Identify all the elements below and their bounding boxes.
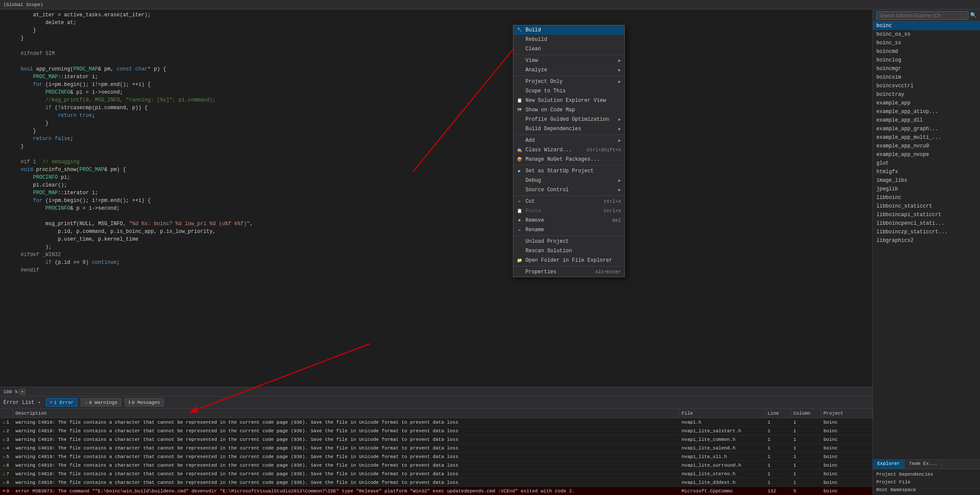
menu-item-open-folder[interactable]: 📁Open Folder in File Explorer	[513, 256, 624, 265]
table-row[interactable]: ⚠2warning C4819: The file contains a cha…	[0, 427, 872, 435]
col-description[interactable]: Description	[13, 409, 679, 418]
menu-item-show-code-map[interactable]: 🗺Show on Code Map	[513, 105, 624, 115]
row-description: error MSB3073: The command ""E:\boinc\wi…	[13, 487, 679, 495]
menu-item-cut[interactable]: ✂CutCtrl+X	[513, 197, 624, 206]
menu-item-label-build: Build	[525, 27, 541, 33]
menu-item-set-startup[interactable]: ▶Set as StartUp Project	[513, 166, 624, 176]
error-badge-errors[interactable]: ✖ 1 Error	[46, 398, 78, 406]
menu-item-unload-project[interactable]: Unload Project	[513, 237, 624, 246]
menu-item-build[interactable]: 🔨Build	[513, 25, 624, 35]
error-filter-icon[interactable]: ▾	[38, 400, 41, 405]
code-line: //msg_printf(0, MSG_INFO, "running: [%s]…	[0, 96, 872, 104]
se-list-item[interactable]: example_app	[873, 99, 980, 107]
menu-item-view[interactable]: View▶	[513, 56, 624, 65]
menu-item-label-rename: Rename	[525, 227, 544, 233]
se-list-item[interactable]: libboinc_staticcrt	[873, 202, 980, 211]
se-list-item[interactable]: libgraphics2	[873, 236, 980, 245]
menu-item-right-properties: Alt+Enter	[587, 269, 621, 275]
se-list-item[interactable]: boincsim	[873, 73, 980, 82]
table-row[interactable]: ⚠7warning C4819: The file contains a cha…	[0, 470, 872, 478]
row-project: boinc	[821, 487, 872, 495]
col-num[interactable]	[0, 409, 13, 418]
menu-item-label-open-folder: Open Folder in File Explorer	[525, 257, 612, 263]
menu-item-project-only[interactable]: Project Only▶	[513, 77, 624, 86]
se-list-item[interactable]: example_app_graph...	[873, 125, 980, 133]
error-badge-messages[interactable]: ℹ 0 Messages	[125, 398, 164, 406]
tab-team-explorer[interactable]: Team Ex...	[905, 460, 942, 469]
se-list-item[interactable]: image_libs	[873, 176, 980, 185]
menu-item-rebuild[interactable]: Rebuild	[513, 35, 624, 44]
se-list-item[interactable]: boincmd	[873, 47, 980, 56]
col-file[interactable]: File	[679, 409, 765, 418]
line-content: //msg_printf(0, MSG_INFO, "running: [%s]…	[17, 96, 872, 104]
row-description: warning C4819: The file contains a chara…	[13, 418, 679, 426]
se-list-item[interactable]: boincmgr	[873, 64, 980, 73]
menu-item-clean[interactable]: Clean	[513, 44, 624, 54]
table-row[interactable]: ⚠4warning C4819: The file contains a cha…	[0, 444, 872, 452]
col-line[interactable]: Line	[765, 409, 791, 418]
menu-item-scope-to-this[interactable]: Scope to This	[513, 86, 624, 96]
zoom-decrease-button[interactable]: ▾	[19, 389, 25, 395]
code-content[interactable]: at_iter = active_tasks.erase(at_iter); d…	[0, 9, 872, 387]
se-list-item[interactable]: boinctray	[873, 90, 980, 99]
se-list-item[interactable]: example_app_multi_...	[873, 133, 980, 142]
se-list-item[interactable]: libboincapi_staticcrt	[873, 211, 980, 219]
se-tabs: Explorer Team Ex...	[873, 459, 980, 469]
row-line: 1	[765, 452, 791, 461]
se-list-item[interactable]: example_app_atiop...	[873, 107, 980, 116]
se-list-item[interactable]: glut	[873, 159, 980, 168]
menu-shortcut-cut: Ctrl+X	[604, 199, 621, 204]
menu-item-properties[interactable]: PropertiesAlt+Enter	[513, 267, 624, 277]
table-row[interactable]: ✖9error MSB3073: The command ""E:\boinc\…	[0, 487, 872, 495]
search-input[interactable]: boinc	[876, 11, 968, 20]
se-item-list[interactable]: boincboinc_os_ssboinc_ssboincmdboinclogb…	[873, 21, 980, 459]
table-row[interactable]: ⚠6warning C4819: The file contains a cha…	[0, 461, 872, 470]
se-list-item[interactable]: htmlgfx	[873, 168, 980, 176]
menu-item-add[interactable]: Add▶	[513, 136, 624, 145]
line-number	[0, 34, 17, 42]
se-list-item[interactable]: jpeglib	[873, 185, 980, 193]
row-line: 1	[765, 435, 791, 443]
se-list-item[interactable]: libboincpencl_stati...	[873, 219, 980, 228]
warning-row-icon: ⚠	[3, 454, 6, 459]
footer-project-file[interactable]: Project File	[876, 479, 977, 486]
table-row[interactable]: ⚠1warning C4819: The file contains a cha…	[0, 418, 872, 427]
footer-root-namespace[interactable]: Root Namespace	[876, 486, 977, 493]
error-table[interactable]: Description File Line Column Project ⚠1w…	[0, 409, 872, 495]
se-list-item[interactable]: libboinc	[873, 193, 980, 202]
row-project: boinc	[821, 478, 872, 486]
menu-item-class-wizard[interactable]: 🧙Class Wizard...Ctrl+Shift+X	[513, 145, 624, 155]
se-list-item[interactable]: boincsvcctrl	[873, 82, 980, 90]
code-line: #ifdef _WIN32	[0, 251, 872, 259]
menu-item-debug[interactable]: Debug▶	[513, 176, 624, 185]
se-list-item[interactable]: boinc_os_ss	[873, 30, 980, 39]
submenu-arrow-analyze: ▶	[618, 67, 621, 73]
menu-item-new-solution-explorer[interactable]: 📋New Solution Explorer View	[513, 96, 624, 105]
table-row[interactable]: ⚠5warning C4819: The file contains a cha…	[0, 452, 872, 461]
table-row[interactable]: ⚠8warning C4819: The file contains a cha…	[0, 478, 872, 487]
se-list-item[interactable]: boinc_ss	[873, 39, 980, 47]
se-list-item[interactable]: boinclog	[873, 56, 980, 64]
footer-project-deps[interactable]: Project Dependencies	[876, 471, 977, 478]
tab-explorer[interactable]: Explorer	[873, 460, 905, 469]
col-project[interactable]: Project	[821, 409, 872, 418]
menu-item-profile-guided[interactable]: Profile Guided Optimization▶	[513, 115, 624, 124]
se-list-item[interactable]: libboinczp_staticcrt...	[873, 228, 980, 236]
se-list-item[interactable]: example_app_dll	[873, 116, 980, 125]
menu-item-source-control[interactable]: Source Control▶	[513, 185, 624, 195]
menu-item-remove[interactable]: ✖RemoveDel	[513, 216, 624, 225]
se-list-item[interactable]: boinc	[873, 21, 980, 30]
menu-item-analyze[interactable]: Analyze▶	[513, 65, 624, 75]
row-project: boinc	[821, 452, 872, 461]
menu-item-rename[interactable]: ✏Rename	[513, 225, 624, 235]
se-list-item[interactable]: example_app_nvope	[873, 150, 980, 159]
error-badge-warnings[interactable]: ⚠ 8 Warnings	[81, 398, 121, 406]
se-list-item[interactable]: example_app_nvcu0	[873, 142, 980, 150]
menu-item-rescan-solution[interactable]: Rescan Solution	[513, 246, 624, 256]
col-column[interactable]: Column	[791, 409, 821, 418]
table-row[interactable]: ⚠3warning C4819: The file contains a cha…	[0, 435, 872, 444]
menu-item-manage-nuget[interactable]: 📦Manage NuGet Packages...	[513, 155, 624, 164]
menu-item-build-deps[interactable]: Build Dependencies▶	[513, 124, 624, 134]
menu-item-right-add: ▶	[618, 138, 621, 143]
row-num: ⚠1	[0, 418, 13, 426]
